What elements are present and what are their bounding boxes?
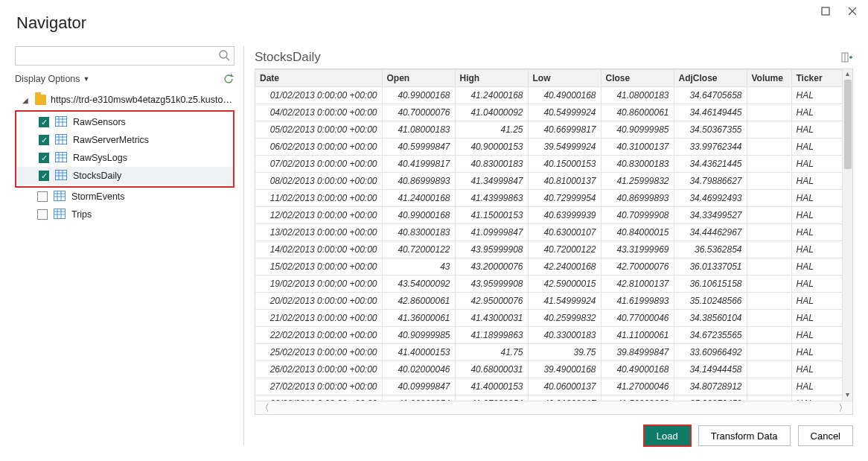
table-icon — [54, 191, 66, 203]
cell — [747, 276, 791, 293]
collapse-toggle[interactable]: ◢ — [22, 96, 31, 104]
cell: 40.90000153 — [455, 139, 528, 156]
table-row[interactable]: 04/02/2013 0:00:00 +00:0040.7000007641.0… — [255, 104, 842, 121]
column-header[interactable]: Low — [528, 70, 601, 87]
tree-item-rawsyslogs[interactable]: ✓RawSysLogs — [16, 149, 233, 167]
scroll-left-icon[interactable]: 〈 — [260, 401, 269, 415]
cell: 42.70000076 — [601, 258, 674, 276]
table-row[interactable]: 25/02/2013 0:00:00 +00:0041.4000015341.7… — [255, 344, 842, 361]
cell: 11/02/2013 0:00:00 +00:00 — [255, 190, 382, 207]
refresh-icon[interactable] — [223, 73, 234, 85]
table-row[interactable]: 27/02/2013 0:00:00 +00:0040.0999984741.4… — [255, 378, 842, 395]
cell: 40.41999817 — [382, 156, 455, 173]
cell: HAL — [791, 344, 842, 361]
scroll-right-icon[interactable]: 〉 — [838, 401, 848, 415]
column-header[interactable]: Close — [601, 70, 674, 87]
tree-item-label: Trips — [71, 209, 92, 220]
column-header[interactable]: AdjClose — [674, 70, 747, 87]
checkbox[interactable]: ✓ — [39, 153, 49, 163]
table-row[interactable]: 19/02/2013 0:00:00 +00:0043.5400009243.9… — [255, 276, 842, 293]
load-button[interactable]: Load — [644, 425, 691, 446]
vertical-scrollbar[interactable]: ▴ ▾ — [842, 69, 852, 401]
cell: 39.75 — [528, 344, 601, 361]
cell: HAL — [791, 310, 842, 327]
table-row[interactable]: 26/02/2013 0:00:00 +00:0040.0200004640.6… — [255, 361, 842, 378]
tree-item-rawsensors[interactable]: ✓RawSensors — [16, 113, 233, 131]
table-row[interactable]: 22/02/2013 0:00:00 +00:0040.9099998541.1… — [255, 327, 842, 344]
table-row[interactable]: 28/02/2013 0:00:00 +00:0041.2299995441.9… — [255, 395, 842, 401]
checkbox[interactable] — [37, 209, 48, 220]
cell — [747, 139, 791, 156]
table-row[interactable]: 13/02/2013 0:00:00 +00:0040.8300018341.0… — [255, 224, 842, 241]
tree-item-stocksdaily[interactable]: ✓StocksDaily — [16, 167, 233, 185]
cell: 28/02/2013 0:00:00 +00:00 — [255, 395, 382, 401]
cell: 14/02/2013 0:00:00 +00:00 — [255, 241, 382, 258]
table-row[interactable]: 11/02/2013 0:00:00 +00:0041.2400016841.4… — [255, 190, 842, 207]
cell: 40.99000168 — [382, 207, 455, 224]
tree-item-label: RawSensors — [73, 117, 126, 127]
scroll-up-icon[interactable]: ▴ — [846, 69, 849, 80]
scroll-thumb[interactable] — [844, 80, 852, 169]
search-icon[interactable] — [218, 49, 230, 61]
transform-data-button[interactable]: Transform Data — [698, 425, 791, 446]
tree-item-stormevents[interactable]: StormEvents — [15, 188, 234, 206]
cell: HAL — [791, 276, 842, 293]
cell: 36.5362854 — [674, 241, 747, 258]
cell: 40.49000168 — [528, 87, 601, 104]
cell: 43.20000076 — [455, 258, 528, 276]
tree-root[interactable]: ◢ https://trd-e310mswb4etazg51k0.z5.kust… — [15, 91, 234, 109]
cell — [747, 327, 791, 344]
cell: 40.83000183 — [382, 224, 455, 241]
checkbox[interactable]: ✓ — [39, 135, 49, 145]
column-header[interactable]: Open — [382, 70, 455, 87]
cell: 40.83000183 — [455, 156, 528, 173]
table-row[interactable]: 12/02/2013 0:00:00 +00:0040.9900016841.1… — [255, 207, 842, 224]
horizontal-scrollbar[interactable]: 〈 〉 — [255, 401, 852, 414]
tree-item-trips[interactable]: Trips — [15, 206, 234, 223]
table-row[interactable]: 01/02/2013 0:00:00 +00:0040.9900016841.2… — [255, 87, 842, 104]
cell: 33.99762344 — [674, 139, 747, 156]
close-button[interactable] — [844, 3, 861, 19]
cell: HAL — [791, 139, 842, 156]
cell — [747, 156, 791, 173]
column-header[interactable]: Volume — [747, 70, 791, 87]
cell: 40.59999847 — [382, 139, 455, 156]
cell — [747, 173, 791, 190]
cell — [747, 224, 791, 241]
tree-item-label: StocksDaily — [73, 171, 121, 181]
cell: 40.54999924 — [528, 104, 601, 121]
table-row[interactable]: 06/02/2013 0:00:00 +00:0040.5999984740.9… — [255, 139, 842, 156]
table-row[interactable]: 07/02/2013 0:00:00 +00:0040.4199981740.8… — [255, 156, 842, 173]
checkbox[interactable]: ✓ — [39, 171, 49, 181]
checkbox[interactable]: ✓ — [39, 117, 49, 127]
column-header[interactable]: Ticker — [791, 70, 842, 87]
cell: 40.68000031 — [455, 361, 528, 378]
cell: HAL — [791, 327, 842, 344]
svg-rect-10 — [56, 134, 67, 144]
cell: 40.25999832 — [528, 310, 601, 327]
table-row[interactable]: 14/02/2013 0:00:00 +00:0040.7200012243.9… — [255, 241, 842, 258]
table-row[interactable]: 20/02/2013 0:00:00 +00:0042.8600006142.9… — [255, 293, 842, 310]
cell: 42.59000015 — [528, 276, 601, 293]
maximize-button[interactable] — [817, 3, 834, 19]
tree-item-rawservermetrics[interactable]: ✓RawServerMetrics — [16, 131, 233, 149]
table-row[interactable]: 21/02/2013 0:00:00 +00:0041.3600006141.4… — [255, 310, 842, 327]
cell: 34.79886627 — [674, 173, 747, 190]
add-column-icon[interactable] — [841, 51, 853, 63]
search-input[interactable] — [15, 46, 234, 66]
table-row[interactable]: 08/02/2013 0:00:00 +00:0040.8699989341.3… — [255, 173, 842, 190]
display-options-dropdown[interactable]: Display Options ▼ — [15, 74, 89, 84]
cell — [747, 190, 791, 207]
cell: 40.91999817 — [528, 395, 601, 401]
svg-rect-5 — [56, 116, 67, 126]
table-row[interactable]: 05/02/2013 0:00:00 +00:0041.0800018341.2… — [255, 121, 842, 139]
table-row[interactable]: 15/02/2013 0:00:00 +00:004343.2000007642… — [255, 258, 842, 276]
cell: 41.18999863 — [455, 327, 528, 344]
column-header[interactable]: Date — [255, 70, 382, 87]
checkbox[interactable] — [37, 191, 48, 202]
cancel-button[interactable]: Cancel — [798, 425, 853, 446]
cell: 01/02/2013 0:00:00 +00:00 — [255, 87, 382, 104]
tree-item-label: RawServerMetrics — [73, 135, 149, 145]
column-header[interactable]: High — [455, 70, 528, 87]
scroll-down-icon[interactable]: ▾ — [846, 390, 849, 401]
